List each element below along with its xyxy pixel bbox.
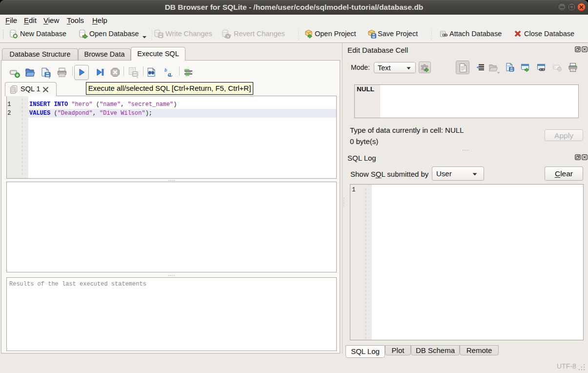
svg-text:b: b (164, 67, 167, 73)
